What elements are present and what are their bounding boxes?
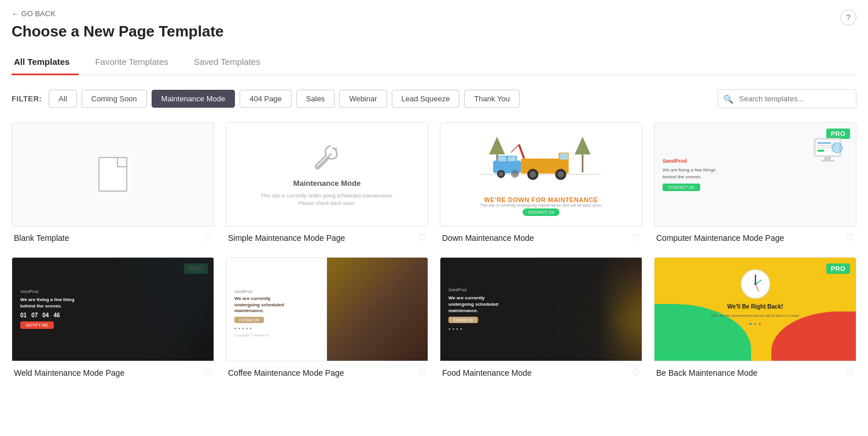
favorite-icon-food-maintenance[interactable]: ♡ — [632, 367, 640, 378]
computer-illustration — [811, 129, 851, 175]
weld-count-3: 04 — [42, 312, 49, 318]
favorite-icon-beback-maintenance[interactable]: ♡ — [846, 367, 854, 378]
svg-point-22 — [513, 171, 517, 176]
template-thumb-weld-maintenance: PRO SeedProd We are fixing a few thingbe… — [12, 257, 214, 361]
go-back-link[interactable]: ← GO BACK — [12, 9, 856, 18]
food-social-icons: ● ● ● ● — [448, 327, 462, 331]
template-card-coffee-maintenance[interactable]: PRO SeedProd We are currentlyundergoing … — [226, 257, 428, 380]
templates-grid: Blank Template ♡ Maintenance Mode This s… — [12, 122, 856, 380]
beback-wave-red — [771, 312, 856, 361]
template-card-simple-maintenance[interactable]: Maintenance Mode This site is currently … — [226, 122, 428, 246]
svg-marker-4 — [575, 137, 591, 155]
food-headline: We are currentlyundergoing scheduledmain… — [448, 295, 498, 314]
svg-rect-17 — [498, 156, 506, 161]
simple-maint-sub: This site is currently under going sched… — [260, 192, 393, 207]
weld-notify-btn: NOTIFY ME — [20, 321, 54, 329]
weld-bg — [113, 258, 214, 361]
weld-count-1: 01 — [20, 312, 27, 318]
tab-all-templates[interactable]: All Templates — [12, 51, 79, 75]
template-footer-computer-maintenance: Computer Maintenance Mode Page ♡ — [654, 226, 856, 246]
filter-btn-all[interactable]: All — [49, 90, 76, 108]
simple-maint-title: Maintenance Mode — [293, 179, 361, 188]
beback-headline: We'll Be Right Back! — [727, 303, 784, 310]
svg-rect-8 — [560, 153, 568, 160]
svg-marker-2 — [490, 137, 506, 155]
tabs-bar: All Templates Favorite Templates Saved T… — [12, 51, 856, 75]
template-name-coffee-maintenance: Coffee Maintenance Mode Page — [228, 368, 344, 378]
food-logo: SeedProd — [448, 288, 466, 292]
svg-rect-32 — [833, 143, 841, 152]
computer-logo: SeedProd — [663, 158, 687, 164]
favorite-icon-coffee-maintenance[interactable]: ♡ — [418, 367, 426, 378]
pro-badge-beback: PRO — [826, 263, 850, 274]
wrench-icon — [311, 142, 343, 174]
down-headline: WE'RE DOWN FOR MAINTENANCE — [484, 196, 598, 203]
blank-file-icon — [98, 157, 127, 192]
coffee-copyright: Copyright © SeedProd — [234, 334, 269, 337]
svg-rect-25 — [824, 157, 831, 160]
template-card-beback-maintenance[interactable]: PRO We'll Be Right Back! Sorry for the i… — [654, 257, 856, 380]
tab-favorite-templates[interactable]: Favorite Templates — [93, 51, 177, 75]
weld-count-2: 07 — [31, 312, 38, 318]
filter-btn-webinar[interactable]: Webinar — [339, 90, 387, 108]
food-bg-img — [531, 258, 642, 361]
page-wrapper: ? ← GO BACK Choose a New Page Template A… — [0, 0, 868, 436]
search-icon: 🔍 — [723, 94, 733, 104]
filter-btn-sales[interactable]: Sales — [296, 90, 335, 108]
search-input[interactable] — [718, 89, 856, 108]
template-card-computer-maintenance[interactable]: PRO SeedProd We are fixing a few thingsb… — [654, 122, 856, 246]
favorite-icon-computer-maintenance[interactable]: ♡ — [846, 232, 854, 243]
filter-btn-coming-soon[interactable]: Coming Soon — [82, 90, 147, 108]
template-name-simple-maintenance: Simple Maintenance Mode Page — [228, 233, 345, 243]
template-footer-simple-maintenance: Simple Maintenance Mode Page ♡ — [226, 226, 428, 246]
coffee-contact-btn: Contact Us — [234, 317, 264, 323]
template-thumb-beback-maintenance: PRO We'll Be Right Back! Sorry for the i… — [654, 257, 856, 361]
template-card-blank[interactable]: Blank Template ♡ — [12, 122, 214, 246]
template-footer-down-maintenance: Down Maintenance Mode ♡ — [440, 226, 642, 246]
down-sub: This site is currently undergoing mainte… — [480, 203, 602, 207]
template-name-computer-maintenance: Computer Maintenance Mode Page — [656, 233, 784, 243]
template-thumb-down-maintenance: WE'RE DOWN FOR MAINTENANCE This site is … — [440, 122, 642, 226]
svg-line-13 — [519, 145, 524, 159]
template-thumb-computer-maintenance: PRO SeedProd We are fixing a few thingsb… — [654, 122, 856, 226]
coffee-logo: SeedProd — [234, 290, 252, 294]
filter-btn-thank-you[interactable]: Thank You — [464, 90, 519, 108]
svg-point-12 — [558, 171, 564, 178]
filter-row: FILTER: All Coming Soon Maintenance Mode… — [12, 89, 856, 108]
down-contact-btn: CONTACT US — [523, 208, 560, 216]
template-name-beback-maintenance: Be Back Maintenance Mode — [656, 368, 757, 378]
template-footer-food-maintenance: Food Maintenance Mode ♡ — [440, 361, 642, 380]
svg-rect-18 — [508, 156, 516, 161]
clock-illustration — [740, 268, 771, 300]
favorite-icon-blank[interactable]: ♡ — [204, 232, 212, 243]
template-footer-weld-maintenance: Weld Maintenance Mode Page ♡ — [12, 361, 214, 380]
svg-point-20 — [499, 171, 503, 176]
filter-btn-404[interactable]: 404 Page — [240, 90, 292, 108]
template-footer-coffee-maintenance: Coffee Maintenance Mode Page ♡ — [226, 361, 428, 380]
template-footer-blank: Blank Template ♡ — [12, 226, 214, 246]
page-title: Choose a New Page Template — [12, 23, 856, 41]
filter-label: FILTER: — [12, 94, 42, 103]
coffee-bg-img — [327, 258, 428, 361]
coffee-social-icons: ● ● ● ● ● — [234, 327, 252, 330]
template-name-weld-maintenance: Weld Maintenance Mode Page — [14, 368, 124, 378]
template-thumb-blank — [12, 122, 214, 226]
beback-social-icons: ● ● ● — [749, 321, 762, 325]
favorite-icon-down-maintenance[interactable]: ♡ — [632, 232, 640, 243]
template-card-food-maintenance[interactable]: PRO SeedProd We are currentlyundergoing … — [440, 257, 642, 380]
search-box-wrapper: 🔍 — [718, 89, 856, 108]
beback-wave-green — [654, 304, 751, 361]
filter-btn-lead-squeeze[interactable]: Lead Squeeze — [392, 90, 460, 108]
template-name-food-maintenance: Food Maintenance Mode — [442, 368, 532, 378]
filter-btn-maintenance-mode[interactable]: Maintenance Mode — [152, 90, 236, 108]
weld-logo: SeedProd — [20, 290, 38, 294]
template-card-down-maintenance[interactable]: WE'RE DOWN FOR MAINTENANCE This site is … — [440, 122, 642, 246]
tab-saved-templates[interactable]: Saved Templates — [192, 51, 270, 75]
svg-point-0 — [317, 166, 319, 168]
favorite-icon-simple-maintenance[interactable]: ♡ — [418, 232, 426, 243]
svg-rect-27 — [818, 142, 831, 144]
help-icon[interactable]: ? — [840, 9, 856, 25]
weld-countdown: 01 07 04 46 — [20, 312, 60, 318]
template-card-weld-maintenance[interactable]: PRO SeedProd We are fixing a few thingbe… — [12, 257, 214, 380]
favorite-icon-weld-maintenance[interactable]: ♡ — [204, 367, 212, 378]
